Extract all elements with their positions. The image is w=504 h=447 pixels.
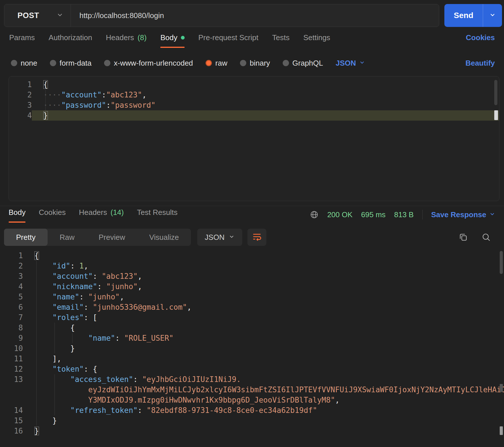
code-token: "eyJhbGciOiJIUzI1NiJ9.	[142, 375, 241, 384]
response-tab-body[interactable]: Body	[9, 208, 26, 223]
postman-window: POST http://localhost:8080/login Send Pa…	[0, 0, 504, 447]
scroll-mark	[500, 384, 503, 392]
line-number	[0, 395, 23, 405]
indent-guide	[36, 312, 37, 323]
response-tab-cookies[interactable]: Cookies	[39, 208, 66, 223]
indent-guide	[54, 405, 55, 415]
code-token: "name"	[88, 334, 115, 342]
response-time[interactable]: 695 ms	[361, 210, 386, 219]
status-code[interactable]: 200 OK	[327, 210, 352, 219]
radio-x-www-form-urlencoded[interactable]: x-www-form-urlencoded	[104, 59, 193, 68]
code-token: }	[43, 111, 48, 120]
radio-form-data[interactable]: form-data	[50, 59, 91, 68]
code-token: "abc123"	[102, 272, 138, 281]
code-token: : [	[84, 313, 97, 322]
indent-guide	[36, 292, 37, 302]
code-token: "roles"	[52, 313, 84, 322]
code-token	[34, 375, 70, 384]
response-format-select[interactable]: JSON	[197, 229, 242, 246]
response-tab-headers[interactable]: Headers (14)	[79, 208, 124, 223]
scrollbar-thumb[interactable]	[500, 251, 503, 274]
code-token	[34, 272, 52, 281]
tab-pre-request-script[interactable]: Pre-request Script	[198, 33, 259, 48]
code-line: 3····"password":"password"	[9, 100, 499, 110]
response-header: Body Cookies Headers (14) Test Results 2…	[9, 208, 495, 225]
code-line: 5 "name": "junho",	[0, 292, 504, 302]
code-token: "nickname"	[52, 282, 97, 291]
code-token: :	[138, 406, 146, 415]
beautify-link[interactable]: Beautify	[465, 59, 495, 68]
code-token: "password"	[61, 101, 106, 109]
cookies-link[interactable]: Cookies	[466, 33, 495, 42]
code-token	[34, 406, 70, 415]
code-token: "id"	[52, 262, 71, 270]
search-icon[interactable]	[482, 233, 491, 242]
code-line: eyJzdWIiOiJhYmMxMjMiLCJyb2xlcyI6W3sibmFt…	[0, 385, 504, 395]
code-token: ,	[84, 262, 88, 270]
code-token: "account"	[52, 272, 93, 281]
indent-guide	[36, 385, 37, 395]
indent-guide	[54, 385, 55, 395]
response-headers-count-badge: (14)	[110, 208, 124, 217]
code-line: 1{	[9, 79, 499, 90]
code-token	[34, 334, 88, 342]
send-options-button[interactable]	[483, 4, 502, 27]
tab-headers[interactable]: Headers (8)	[106, 33, 146, 48]
code-token: }	[52, 416, 57, 425]
line-number: 3	[0, 271, 23, 281]
code-token	[34, 282, 52, 291]
radio-graphql[interactable]: GraphQL	[283, 59, 323, 68]
save-response-button[interactable]: Save Response	[431, 210, 495, 219]
view-visualize[interactable]: Visualize	[137, 229, 191, 246]
view-pretty[interactable]: Pretty	[4, 229, 48, 246]
indent-guide	[36, 405, 37, 415]
code-line: 2 "id": 1,	[0, 261, 504, 271]
code-token: ,	[187, 303, 192, 311]
request-tabs: Params Authorization Headers (8) Body Pr…	[9, 33, 495, 52]
tab-params[interactable]: Params	[9, 33, 35, 48]
radio-raw[interactable]: raw	[206, 59, 227, 68]
code-line: 13 "access_token": "eyJhbGciOiJIUzI1NiJ9…	[0, 374, 504, 385]
code-line: 6 "email": "junho5336@gmail.com",	[0, 302, 504, 312]
code-token: ,	[120, 293, 124, 301]
radio-binary[interactable]: binary	[240, 59, 270, 68]
code-token: ,	[138, 282, 142, 291]
cursor-scroll-mark	[494, 110, 498, 120]
response-size[interactable]: 813 B	[394, 210, 414, 219]
send-button[interactable]: Send	[444, 4, 483, 27]
chevron-down-icon	[489, 210, 495, 219]
radio-none[interactable]: none	[11, 59, 37, 68]
tab-settings[interactable]: Settings	[303, 33, 330, 48]
method-select[interactable]: POST	[4, 4, 71, 27]
code-line: 4 "nickname": "junho",	[0, 281, 504, 292]
copy-icon[interactable]	[459, 233, 468, 242]
view-raw[interactable]: Raw	[48, 229, 87, 246]
network-globe-icon[interactable]	[310, 210, 319, 219]
request-url-bar: POST http://localhost:8080/login	[4, 4, 439, 27]
content-type-select[interactable]: JSON	[336, 59, 365, 68]
line-number: 4	[0, 281, 23, 292]
tab-body[interactable]: Body	[160, 33, 184, 48]
wrap-lines-button[interactable]	[247, 229, 266, 246]
line-number: 2	[0, 261, 23, 271]
response-body-editor[interactable]: 1{2 "id": 1,3 "account": "abc123",4 "nic…	[0, 247, 504, 447]
tab-authorization[interactable]: Authorization	[49, 33, 92, 48]
url-input[interactable]: http://localhost:8080/login	[71, 4, 439, 27]
code-token: :	[84, 303, 93, 311]
request-body-editor[interactable]: 1{2····"account":"abc123",3····"password…	[9, 76, 499, 201]
line-number: 1	[0, 250, 23, 261]
line-number: 9	[0, 333, 23, 343]
code-token: {	[34, 251, 39, 260]
tab-tests[interactable]: Tests	[272, 33, 290, 48]
code-line: 11 ],	[0, 354, 504, 364]
indent-guide	[45, 100, 46, 110]
chevron-down-icon	[228, 233, 235, 242]
code-token: "account"	[61, 91, 102, 99]
scrollbar-thumb[interactable]	[494, 80, 497, 105]
indent-guide	[54, 395, 55, 405]
response-tab-test-results[interactable]: Test Results	[137, 208, 178, 223]
code-token	[34, 385, 88, 394]
line-number: 16	[0, 426, 23, 436]
method-label: POST	[17, 11, 39, 20]
view-preview[interactable]: Preview	[87, 229, 137, 246]
